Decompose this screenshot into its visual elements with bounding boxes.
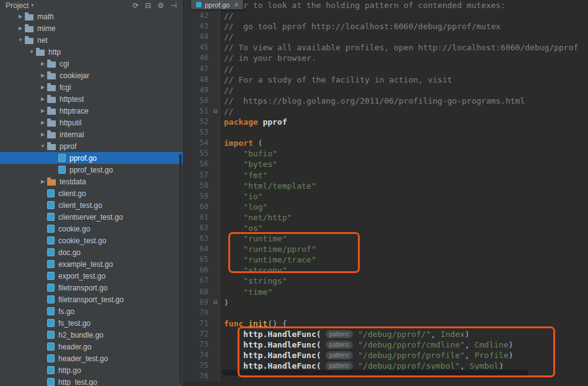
chevron-right-icon[interactable]: ▶ [16,25,25,31]
chevron-right-icon[interactable]: ▶ [38,84,47,90]
line-number[interactable]: 46 [184,53,211,63]
line-number[interactable]: 51 [184,106,211,117]
chevron-down-icon[interactable]: ▼ [27,49,36,55]
line-number[interactable]: 58 [184,181,211,191]
tree-item-label: export_test.go [58,272,105,281]
tree-item-pprof_test.go[interactable]: pprof_test.go [0,164,183,176]
tree-item-clientserver_test.go[interactable]: clientserver_test.go [0,211,183,223]
chevron-right-icon[interactable]: ▶ [38,120,47,125]
chevron-right-icon[interactable]: ▶ [38,179,47,184]
close-icon[interactable]: × [234,1,238,9]
tree-item-http[interactable]: ▼http [0,46,183,58]
line-number[interactable]: 44 [184,32,211,42]
line-number[interactable]: 75 [184,361,211,371]
tree-item-header_test.go[interactable]: header_test.go [0,352,183,364]
tree-item-testdata[interactable]: ▶testdata [0,176,183,187]
tree-item-http.go[interactable]: http.go [0,364,183,376]
tree-item-cookie.go[interactable]: cookie.go [0,223,183,235]
tree-item-cookiejar[interactable]: ▶cookiejar [0,70,183,81]
editor-code[interactable]: 41// Or to look at the holding pattern o… [184,0,588,382]
tree-item-filetransport_test.go[interactable]: filetransport_test.go [0,294,183,305]
line-number[interactable]: 48 [184,74,211,85]
line-number[interactable]: 42 [184,11,211,21]
editor-tab-pprof-go[interactable]: pprof.go × [191,0,243,9]
settings-icon[interactable]: ⚙ [158,2,164,9]
line-number[interactable]: 70 [184,308,211,318]
tree-item-internal[interactable]: ▶internal [0,128,183,140]
project-panel-title[interactable]: Project ▾ [6,1,33,10]
line-number[interactable]: 65 [184,254,211,265]
tree-item-httptest[interactable]: ▶httptest [0,93,183,105]
line-number[interactable]: 74 [184,350,211,361]
tree-item-fcgi[interactable]: ▶fcgi [0,81,183,93]
chevron-down-icon[interactable]: ▼ [38,143,47,149]
line-number[interactable]: 57 [184,170,211,181]
tree-item-math[interactable]: ▶math [0,11,183,22]
line-number[interactable]: 72 [184,329,211,339]
fold-marker-icon[interactable]: ⊟ [211,106,220,117]
tree-item-fs_test.go[interactable]: fs_test.go [0,317,183,329]
line-number[interactable]: 60 [184,202,211,212]
tree-item-cookie_test.go[interactable]: cookie_test.go [0,235,183,246]
code-text: // [220,32,234,42]
line-number[interactable]: 67 [184,276,211,286]
chevron-right-icon[interactable]: ▶ [38,108,47,114]
collapse-all-icon[interactable]: ⊟ [145,2,151,9]
line-number[interactable]: 49 [184,85,211,96]
tree-item-pprof[interactable]: ▼pprof [0,140,183,152]
chevron-right-icon[interactable]: ▶ [38,73,47,78]
tree-item-fs.go[interactable]: fs.go [0,305,183,317]
line-number[interactable]: 50 [184,96,211,106]
line-number[interactable]: 68 [184,287,211,297]
hide-panel-icon[interactable]: ⊣ [171,2,177,9]
line-number[interactable]: 63 [184,233,211,244]
fold-marker-icon[interactable]: ⊟ [211,297,220,308]
chevron-right-icon[interactable]: ▶ [38,61,47,66]
chevron-right-icon[interactable]: ▶ [16,14,25,19]
line-number[interactable]: 54 [184,138,211,148]
line-number[interactable]: 76 [184,371,211,382]
tree-item-net[interactable]: ▼net [0,34,183,46]
code-text: "net/http" [220,212,292,223]
code-text: http.HandleFunc( pattern: "/debug/pprof/… [220,339,514,350]
horizontal-scrollbar-thumb[interactable] [222,370,528,375]
tree-item-client.go[interactable]: client.go [0,187,183,199]
line-number[interactable]: 43 [184,21,211,32]
tree-item-example_test.go[interactable]: example_test.go [0,258,183,270]
line-number[interactable]: 73 [184,339,211,350]
tree-item-filetransport.go[interactable]: filetransport.go [0,282,183,294]
project-panel: Project ▾ ⟳⊟⚙⊣ ▶math▶mime▼net▼http▶cgi▶c… [0,0,184,386]
line-number[interactable]: 69 [184,297,211,308]
chevron-right-icon[interactable]: ▶ [38,96,47,102]
tree-item-mime[interactable]: ▶mime [0,22,183,34]
line-number[interactable]: 71 [184,318,211,329]
tree-item-httputil[interactable]: ▶httputil [0,117,183,128]
tree-item-label: fs.go [58,307,74,316]
line-number[interactable]: 61 [184,212,211,223]
tree-item-httptrace[interactable]: ▶httptrace [0,105,183,117]
tree-item-doc.go[interactable]: doc.go [0,246,183,258]
tree-item-export_test.go[interactable]: export_test.go [0,270,183,282]
line-number[interactable]: 47 [184,64,211,74]
line-number[interactable]: 55 [184,148,211,159]
tree-item-pprof.go[interactable]: pprof.go [0,152,183,164]
line-number[interactable]: 56 [184,159,211,169]
code-line-66: 66 "strconv" [184,265,588,276]
line-number[interactable]: 45 [184,42,211,53]
sync-icon[interactable]: ⟳ [133,2,139,9]
line-number[interactable]: 52 [184,117,211,127]
line-number[interactable]: 59 [184,191,211,202]
tree-item-h2_bundle.go[interactable]: h2_bundle.go [0,329,183,341]
tree-item-cgi[interactable]: ▶cgi [0,58,183,70]
chevron-right-icon[interactable]: ▶ [38,132,47,137]
tree-item-client_test.go[interactable]: client_test.go [0,199,183,211]
line-number[interactable]: 62 [184,223,211,233]
line-number[interactable]: 64 [184,244,211,254]
tree-item-header.go[interactable]: header.go [0,341,183,352]
chevron-down-icon[interactable]: ▼ [16,37,25,43]
project-scrollbar-thumb[interactable] [179,154,182,384]
line-number[interactable]: 66 [184,265,211,276]
line-number[interactable]: 53 [184,127,211,138]
code-text: "bytes" [220,159,277,169]
tree-item-http_test.go[interactable]: http_test.go [0,376,183,386]
